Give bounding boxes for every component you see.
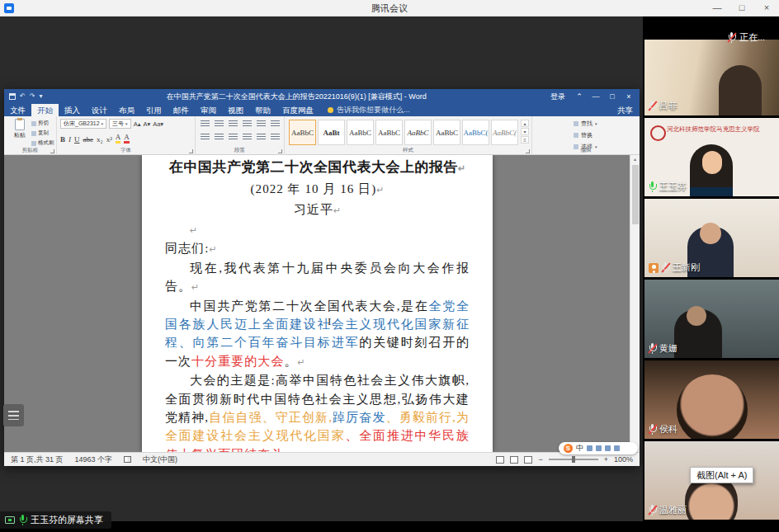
sidebar-toggle-button[interactable]	[3, 404, 24, 426]
maximize-button[interactable]: □	[729, 0, 754, 16]
paste-button[interactable]: 粘贴	[10, 119, 30, 139]
highlight-color-button[interactable]: A	[116, 133, 121, 144]
style-preview[interactable]: AaBbC	[289, 120, 316, 145]
replace-button[interactable]: 替换	[574, 131, 597, 139]
word-close-button[interactable]: ×	[621, 92, 636, 101]
scrollbar-thumb[interactable]	[632, 165, 639, 224]
ime-logo-icon[interactable]: S	[564, 444, 573, 453]
find-button[interactable]: 查找▾	[574, 120, 597, 128]
italic-button[interactable]: I	[68, 135, 71, 144]
underline-button[interactable]: U	[74, 135, 80, 144]
copy-button[interactable]: 复制	[31, 129, 54, 137]
styles-dialog-launcher[interactable]	[526, 149, 530, 153]
spellcheck-icon[interactable]	[124, 456, 131, 463]
font-size-select[interactable]: 三号▾	[109, 119, 131, 129]
style-preview[interactable]: AaBbC	[433, 120, 460, 145]
style-preview[interactable]: AaBbC(	[462, 120, 489, 145]
style-preview[interactable]: AaBbC(	[491, 120, 518, 145]
shrink-font-button[interactable]: A▾	[143, 120, 150, 128]
zoom-in-icon[interactable]: +	[604, 455, 608, 464]
participant-tile-吕菲[interactable]: 吕菲	[644, 40, 779, 115]
tab-百度网盘[interactable]: 百度网盘	[276, 104, 319, 116]
share-button[interactable]: 共享	[617, 104, 633, 116]
sort-icon[interactable]	[271, 120, 280, 128]
decrease-indent-icon[interactable]	[243, 120, 252, 128]
ime-keyboard-icon[interactable]	[605, 445, 611, 451]
undo-icon[interactable]: ↶	[20, 93, 26, 100]
style-preview[interactable]: AaBbC	[404, 120, 432, 145]
tab-设计[interactable]: 设计	[86, 104, 113, 116]
tab-审阅[interactable]: 审阅	[195, 104, 222, 116]
clipboard-dialog-launcher[interactable]	[50, 149, 54, 153]
styles-scroll-up-icon[interactable]: ▴	[521, 120, 529, 127]
participant-tile-王玉芬[interactable]: 河北科技师范学院马克思主义学院王玉芬	[644, 118, 779, 196]
tab-视图[interactable]: 视图	[222, 104, 249, 116]
zoom-slider[interactable]	[549, 459, 598, 460]
font-dialog-launcher[interactable]	[189, 149, 193, 153]
ime-toolbar[interactable]: S 中	[559, 442, 638, 454]
style-preview[interactable]: AaBbC	[375, 120, 403, 145]
superscript-button[interactable]: x²	[106, 135, 112, 144]
ime-settings-icon[interactable]	[614, 445, 620, 451]
cut-button[interactable]: 剪切	[31, 120, 54, 127]
ribbon-display-icon[interactable]: ⌃	[572, 92, 587, 101]
close-button[interactable]: ×	[754, 0, 779, 16]
font-color-button[interactable]: A	[124, 133, 130, 144]
change-case-button[interactable]: Aa▾	[153, 120, 163, 128]
line-spacing-icon[interactable]	[257, 134, 266, 141]
document-area[interactable]: 在中国共产党第二十次全国代表大会上的报告↵(2022 年 10 月 16 日)↵…	[4, 155, 640, 452]
document-page[interactable]: 在中国共产党第二十次全国代表大会上的报告↵(2022 年 10 月 16 日)↵…	[142, 155, 493, 452]
redo-icon[interactable]: ↷	[30, 93, 35, 100]
tab-文件[interactable]: 文件	[4, 104, 31, 116]
participant-tile-黄姗[interactable]: 黄姗	[644, 280, 779, 358]
multilevel-list-icon[interactable]	[229, 120, 238, 128]
numbering-icon[interactable]	[215, 120, 224, 128]
style-preview[interactable]: AaBt	[318, 120, 345, 145]
justify-icon[interactable]	[243, 134, 252, 141]
grow-font-button[interactable]: A▴	[134, 120, 141, 128]
format-painter-button[interactable]: 格式刷	[31, 139, 54, 147]
print-layout-icon[interactable]	[510, 456, 518, 464]
tab-插入[interactable]: 插入	[59, 104, 86, 116]
ime-mic-icon[interactable]	[596, 445, 602, 451]
read-mode-icon[interactable]	[496, 456, 504, 464]
bold-button[interactable]: B	[60, 135, 65, 144]
font-name-select[interactable]: 仿宋_GB2312▾	[60, 119, 106, 129]
strikethrough-button[interactable]: abc	[83, 135, 94, 144]
page-indicator[interactable]: 第 1 页,共 31 页	[11, 454, 64, 465]
zoom-level[interactable]: 100%	[614, 455, 633, 464]
word-minimize-button[interactable]: —	[588, 92, 603, 101]
minimize-button[interactable]: —	[705, 0, 729, 16]
participant-tile-侯科[interactable]: 侯科	[644, 360, 779, 439]
language-indicator[interactable]: 中文(中国)	[143, 454, 177, 465]
ime-pen-icon[interactable]	[587, 445, 593, 451]
styles-scroll-down-icon[interactable]: ▾	[521, 128, 529, 135]
align-center-icon[interactable]	[215, 134, 224, 141]
word-count[interactable]: 14963 个字	[75, 454, 113, 465]
ime-language-label[interactable]: 中	[576, 443, 583, 454]
screen-share-banner[interactable]: 王玉芬的屏幕共享	[0, 511, 111, 529]
save-icon[interactable]	[9, 93, 16, 100]
web-layout-icon[interactable]	[524, 456, 532, 464]
vertical-scrollbar[interactable]: ▴ ▾	[630, 155, 640, 452]
zoom-slider-thumb[interactable]	[572, 456, 575, 463]
styles-expand-icon[interactable]: ≡	[521, 136, 529, 144]
increase-indent-icon[interactable]	[257, 120, 266, 128]
word-maximize-button[interactable]: □	[605, 92, 620, 101]
style-preview[interactable]: AaBbC	[347, 120, 374, 145]
shading-icon[interactable]	[271, 134, 280, 141]
participant-tile-王新刚[interactable]: 王新刚	[644, 199, 779, 277]
tab-帮助[interactable]: 帮助	[249, 104, 276, 116]
tab-布局[interactable]: 布局	[113, 104, 140, 116]
tab-引用[interactable]: 引用	[140, 104, 168, 116]
tab-开始[interactable]: 开始	[31, 104, 59, 116]
paragraph-dialog-launcher[interactable]	[278, 149, 282, 153]
zoom-out-icon[interactable]: −	[538, 455, 542, 464]
login-button[interactable]: 登录	[550, 92, 565, 102]
tell-me-box[interactable]: 告诉我你想要做什么...	[328, 104, 410, 116]
align-right-icon[interactable]	[229, 134, 238, 141]
align-left-icon[interactable]	[201, 134, 210, 141]
scroll-up-icon[interactable]: ▴	[630, 155, 640, 163]
subscript-button[interactable]: x₂	[97, 135, 103, 144]
tab-邮件[interactable]: 邮件	[168, 104, 195, 116]
